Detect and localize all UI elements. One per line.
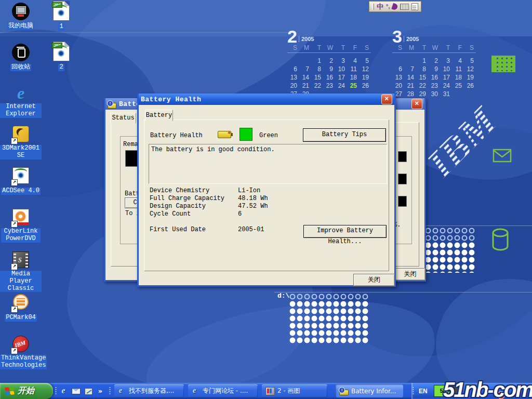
- gauge-led: [398, 174, 407, 184]
- gauge-led: [398, 151, 407, 162]
- calendar-weekday-header: SMTWTFS: [287, 44, 371, 53]
- halftone-dots-bottom: [289, 300, 369, 344]
- ime-language-bar[interactable]: 中 °,: [369, 1, 421, 12]
- taskbar-button-icon: [118, 388, 126, 395]
- language-indicator[interactable]: EN: [419, 388, 428, 395]
- taskbar-window-button[interactable]: Battery Infor...: [336, 384, 403, 397]
- close-icon[interactable]: ×: [381, 94, 392, 104]
- battery-health-dialog: Battery Health × Battery Battery Health …: [137, 94, 396, 287]
- halftone-dots-right: [424, 242, 475, 273]
- tab-battery[interactable]: Battery: [145, 110, 173, 121]
- desktop-icon-recycle-bin[interactable]: 回收站: [0, 44, 42, 71]
- shortcut-arrow-icon: ↗: [11, 306, 18, 313]
- dialog-close-button[interactable]: 关闭: [353, 274, 395, 286]
- info-row: Design Capacity47.52 Wh: [150, 203, 378, 210]
- info-row: Full Charge Capacity48.18 Wh: [150, 195, 378, 203]
- desktop-icon-pcmark04[interactable]: ↗ PCMark04: [0, 294, 42, 322]
- calendar-february: 22005 SMTWTFS 12345678910111213141516171…: [287, 29, 371, 98]
- watermark-51nb: 51nb-com: [443, 378, 532, 399]
- shortcut-arrow-icon: ↗: [11, 348, 18, 354]
- taskbar-button-icon: [339, 390, 349, 395]
- desktop-icon-jpg-1[interactable]: JPG 1: [46, 1, 77, 31]
- halftone-rings-right: [424, 227, 475, 242]
- battery-health-label: Battery Health: [150, 132, 203, 139]
- tab-status[interactable]: Status: [110, 113, 136, 124]
- close-icon[interactable]: ×: [411, 99, 422, 109]
- ime-drag-handle[interactable]: [372, 4, 374, 10]
- condition-text: The battery is in good condition.: [151, 146, 275, 153]
- taskbar-window-button[interactable]: 找不到服务器,...: [114, 384, 184, 397]
- calendar-month-number: 22005: [287, 29, 371, 44]
- desktop-icon-media-player-classic[interactable]: s↗ Media Player Classic: [0, 251, 42, 292]
- calendar-year: 2005: [299, 36, 314, 42]
- calendar-days: 1234567891011121314151617181920212223242…: [287, 57, 371, 98]
- cylinder-icon: [486, 227, 514, 254]
- desktop-icon-jpg-2[interactable]: JPG 2: [46, 42, 77, 71]
- ime-chinese-mode-icon[interactable]: 中: [377, 3, 383, 10]
- info-row: Device ChemistryLi-Ion: [150, 187, 378, 195]
- health-status-swatch: [240, 128, 252, 141]
- start-button[interactable]: 开始: [0, 383, 53, 399]
- jpg-file-icon: JPG: [53, 42, 70, 61]
- shortcut-arrow-icon: ↗: [11, 263, 18, 270]
- battery-icon: +: [218, 131, 231, 138]
- battery-window-icon: [108, 103, 116, 109]
- shortcut-arrow-icon: ↗: [11, 221, 18, 228]
- back-close-button[interactable]: 关闭: [395, 268, 425, 281]
- improve-battery-health-button[interactable]: Improve Battery Health...: [303, 225, 387, 238]
- gauge-led: [398, 196, 407, 207]
- battery-info-rows: Device ChemistryLi-Ion Full Charge Capac…: [150, 187, 378, 218]
- drive-label: d:\: [277, 292, 289, 300]
- taskbar-window-button[interactable]: 专门网论坛 - ....: [188, 384, 258, 397]
- ime-punctuation-icon[interactable]: °,: [386, 4, 390, 9]
- jpg-file-icon: JPG: [53, 1, 70, 21]
- desktop-icon-my-computer[interactable]: 我的电脑: [0, 3, 42, 30]
- tray-separator: [413, 387, 414, 395]
- quick-launch-mail-icon[interactable]: [71, 386, 81, 395]
- shortcut-arrow-icon: ↗: [11, 138, 18, 144]
- condition-textbox: The battery is in good condition.: [149, 144, 387, 184]
- desktop-icon-thinkvantage[interactable]: IBM↗ ThinkVantage Technologies: [0, 336, 42, 369]
- halftone-rings-bottom: [289, 293, 369, 300]
- calendar-month-number: 32005: [392, 29, 476, 44]
- battery-tips-button[interactable]: Battery Tips: [303, 128, 386, 142]
- envelope-icon: [493, 149, 512, 163]
- desktop-icon-powerdvd[interactable]: ↗ CyberLink PowerDVD: [0, 209, 42, 243]
- battery-health-titlebar[interactable]: Battery Health ×: [139, 94, 394, 105]
- windows-flag-icon: [5, 387, 15, 396]
- calendar-weekday-header: SMTWTFS: [392, 44, 476, 53]
- ime-fullwidth-moon-icon[interactable]: [392, 3, 398, 10]
- quick-launch-show-desktop-icon[interactable]: [84, 386, 93, 395]
- info-row: Cycle Count6: [150, 210, 378, 218]
- calendar-march: 32005 SMTWTFS 12345678910111213141516171…: [392, 29, 476, 98]
- taskbar-button-icon: [265, 387, 275, 395]
- dialog-title: Battery Health: [141, 96, 381, 103]
- ime-menu-icon[interactable]: [411, 3, 418, 10]
- ime-keyboard-icon[interactable]: [400, 4, 409, 10]
- shortcut-arrow-icon: ↗: [11, 179, 18, 186]
- quick-launch-separator: [109, 387, 111, 395]
- calendar-days: 1234567891011121314151617181920212223242…: [392, 57, 476, 98]
- quick-launch-ie-icon[interactable]: e: [59, 386, 68, 395]
- quick-launch-chevron-icon[interactable]: »: [96, 386, 105, 395]
- first-used-row: First Used Date2005-01: [150, 226, 264, 233]
- keyboard-icon: [491, 56, 515, 72]
- taskbar-window-button[interactable]: 2 - 画图: [262, 384, 327, 397]
- calendar-year: 2005: [404, 36, 419, 42]
- desktop-icon-3dmark2001[interactable]: ↗ 3DMark2001 SE: [0, 126, 42, 159]
- desktop: 22005 SMTWTFS 12345678910111213141516171…: [0, 0, 532, 399]
- health-status-text: Green: [259, 132, 278, 139]
- desktop-icon-acdsee[interactable]: ↗ ACDSee 4.0: [0, 167, 42, 195]
- desktop-icon-internet-explorer[interactable]: e Internet Explorer: [0, 84, 42, 118]
- taskbar-button-icon: [192, 388, 200, 395]
- quick-launch-separator: [55, 387, 57, 395]
